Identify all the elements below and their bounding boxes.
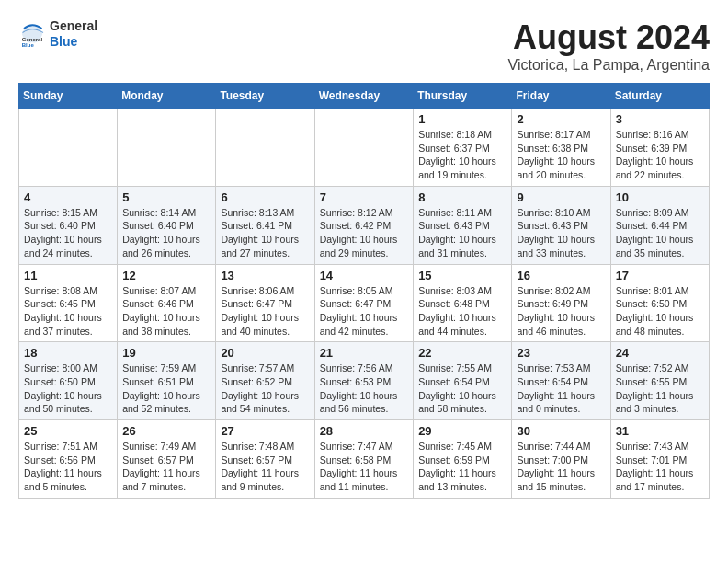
day-number: 12 — [122, 269, 210, 282]
calendar-cell: 13Sunrise: 8:06 AM Sunset: 6:47 PM Dayli… — [216, 264, 314, 342]
day-number: 6 — [221, 190, 309, 204]
day-number: 4 — [24, 190, 112, 204]
day-number: 13 — [221, 269, 309, 282]
day-of-week-header: Monday — [118, 84, 216, 109]
day-number: 24 — [616, 346, 704, 360]
calendar-cell: 3Sunrise: 8:16 AM Sunset: 6:39 PM Daylig… — [610, 109, 709, 187]
calendar-table: SundayMondayTuesdayWednesdayThursdayFrid… — [18, 83, 710, 499]
day-number: 30 — [517, 424, 605, 438]
day-info: Sunrise: 7:55 AM Sunset: 6:54 PM Dayligh… — [418, 362, 506, 416]
day-info: Sunrise: 8:03 AM Sunset: 6:48 PM Dayligh… — [418, 284, 506, 339]
calendar-week-row: 1Sunrise: 8:18 AM Sunset: 6:37 PM Daylig… — [19, 109, 710, 187]
day-info: Sunrise: 8:10 AM Sunset: 6:43 PM Dayligh… — [517, 206, 605, 260]
calendar-cell: 25Sunrise: 7:51 AM Sunset: 6:56 PM Dayli… — [19, 420, 118, 499]
calendar-cell: 1Sunrise: 8:18 AM Sunset: 6:37 PM Daylig… — [414, 109, 512, 187]
calendar-cell: 16Sunrise: 8:02 AM Sunset: 6:49 PM Dayli… — [512, 264, 610, 342]
calendar-cell: 27Sunrise: 7:48 AM Sunset: 6:57 PM Dayli… — [216, 420, 314, 499]
calendar-cell: 10Sunrise: 8:09 AM Sunset: 6:44 PM Dayli… — [610, 186, 709, 264]
calendar-week-row: 25Sunrise: 7:51 AM Sunset: 6:56 PM Dayli… — [19, 420, 710, 499]
logo-blue: Blue — [50, 34, 97, 50]
day-number: 31 — [616, 424, 704, 438]
day-number: 10 — [616, 190, 704, 204]
calendar-cell — [118, 109, 216, 187]
calendar-cell: 5Sunrise: 8:14 AM Sunset: 6:40 PM Daylig… — [118, 186, 216, 264]
day-number: 28 — [320, 424, 409, 438]
calendar-cell: 31Sunrise: 7:43 AM Sunset: 7:01 PM Dayli… — [610, 420, 709, 499]
day-number: 1 — [418, 112, 506, 126]
calendar-cell — [19, 109, 118, 187]
header-row: SundayMondayTuesdayWednesdayThursdayFrid… — [19, 84, 710, 109]
calendar-cell: 19Sunrise: 7:59 AM Sunset: 6:51 PM Dayli… — [118, 342, 216, 420]
day-number: 25 — [24, 424, 112, 438]
day-of-week-header: Tuesday — [216, 84, 314, 109]
day-number: 2 — [517, 112, 605, 126]
calendar-cell: 4Sunrise: 8:15 AM Sunset: 6:40 PM Daylig… — [19, 186, 118, 264]
day-info: Sunrise: 8:11 AM Sunset: 6:43 PM Dayligh… — [418, 206, 506, 260]
day-number: 26 — [122, 424, 210, 438]
day-info: Sunrise: 8:17 AM Sunset: 6:38 PM Dayligh… — [517, 128, 605, 182]
day-number: 11 — [24, 269, 112, 282]
day-info: Sunrise: 7:53 AM Sunset: 6:54 PM Dayligh… — [517, 362, 605, 416]
day-number: 14 — [320, 269, 409, 282]
day-info: Sunrise: 8:15 AM Sunset: 6:40 PM Dayligh… — [24, 206, 112, 260]
calendar-week-row: 11Sunrise: 8:08 AM Sunset: 6:45 PM Dayli… — [19, 264, 710, 342]
title-section: August 2024 Victorica, La Pampa, Argenti… — [508, 18, 710, 74]
svg-text:General: General — [22, 36, 43, 41]
calendar-cell: 21Sunrise: 7:56 AM Sunset: 6:53 PM Dayli… — [314, 342, 414, 420]
calendar-body: 1Sunrise: 8:18 AM Sunset: 6:37 PM Daylig… — [19, 109, 710, 499]
day-number: 3 — [616, 112, 704, 126]
day-number: 20 — [221, 346, 309, 360]
day-info: Sunrise: 7:44 AM Sunset: 7:00 PM Dayligh… — [517, 440, 605, 494]
logo-text: General Blue — [50, 18, 97, 50]
day-info: Sunrise: 7:51 AM Sunset: 6:56 PM Dayligh… — [24, 440, 112, 494]
day-number: 29 — [418, 424, 506, 438]
calendar-cell: 17Sunrise: 8:01 AM Sunset: 6:50 PM Dayli… — [610, 264, 709, 342]
logo-icon: General Blue — [18, 20, 46, 48]
calendar-cell: 12Sunrise: 8:07 AM Sunset: 6:46 PM Dayli… — [118, 264, 216, 342]
day-number: 5 — [122, 190, 210, 204]
day-of-week-header: Thursday — [414, 84, 512, 109]
calendar-cell: 7Sunrise: 8:12 AM Sunset: 6:42 PM Daylig… — [314, 186, 414, 264]
month-year-title: August 2024 — [508, 18, 710, 57]
page-header: General Blue General Blue August 2024 Vi… — [18, 18, 710, 74]
calendar-cell: 28Sunrise: 7:47 AM Sunset: 6:58 PM Dayli… — [314, 420, 414, 499]
day-info: Sunrise: 7:43 AM Sunset: 7:01 PM Dayligh… — [616, 440, 704, 494]
day-info: Sunrise: 7:49 AM Sunset: 6:57 PM Dayligh… — [122, 440, 210, 494]
calendar-cell: 24Sunrise: 7:52 AM Sunset: 6:55 PM Dayli… — [610, 342, 709, 420]
calendar-cell: 15Sunrise: 8:03 AM Sunset: 6:48 PM Dayli… — [414, 264, 512, 342]
logo: General Blue General Blue — [18, 18, 97, 50]
day-number: 17 — [616, 269, 704, 282]
day-number: 27 — [221, 424, 309, 438]
calendar-week-row: 18Sunrise: 8:00 AM Sunset: 6:50 PM Dayli… — [19, 342, 710, 420]
day-info: Sunrise: 7:59 AM Sunset: 6:51 PM Dayligh… — [122, 362, 210, 416]
day-info: Sunrise: 8:09 AM Sunset: 6:44 PM Dayligh… — [616, 206, 704, 260]
day-info: Sunrise: 8:13 AM Sunset: 6:41 PM Dayligh… — [221, 206, 309, 260]
svg-text:Blue: Blue — [22, 41, 35, 47]
day-info: Sunrise: 8:08 AM Sunset: 6:45 PM Dayligh… — [24, 284, 112, 339]
day-info: Sunrise: 8:07 AM Sunset: 6:46 PM Dayligh… — [122, 284, 210, 339]
day-number: 9 — [517, 190, 605, 204]
calendar-cell: 11Sunrise: 8:08 AM Sunset: 6:45 PM Dayli… — [19, 264, 118, 342]
day-info: Sunrise: 8:02 AM Sunset: 6:49 PM Dayligh… — [517, 284, 605, 339]
calendar-cell: 22Sunrise: 7:55 AM Sunset: 6:54 PM Dayli… — [414, 342, 512, 420]
calendar-cell: 6Sunrise: 8:13 AM Sunset: 6:41 PM Daylig… — [216, 186, 314, 264]
calendar-cell — [314, 109, 414, 187]
calendar-cell: 8Sunrise: 8:11 AM Sunset: 6:43 PM Daylig… — [414, 186, 512, 264]
logo-general: General — [50, 18, 97, 34]
day-number: 7 — [320, 190, 409, 204]
location-subtitle: Victorica, La Pampa, Argentina — [508, 57, 710, 74]
calendar-cell: 23Sunrise: 7:53 AM Sunset: 6:54 PM Dayli… — [512, 342, 610, 420]
day-info: Sunrise: 7:48 AM Sunset: 6:57 PM Dayligh… — [221, 440, 309, 494]
day-of-week-header: Wednesday — [314, 84, 414, 109]
day-number: 23 — [517, 346, 605, 360]
day-number: 18 — [24, 346, 112, 360]
day-number: 8 — [418, 190, 506, 204]
calendar-cell: 26Sunrise: 7:49 AM Sunset: 6:57 PM Dayli… — [118, 420, 216, 499]
day-info: Sunrise: 8:12 AM Sunset: 6:42 PM Dayligh… — [320, 206, 409, 260]
calendar-cell: 20Sunrise: 7:57 AM Sunset: 6:52 PM Dayli… — [216, 342, 314, 420]
day-number: 15 — [418, 269, 506, 282]
calendar-cell: 9Sunrise: 8:10 AM Sunset: 6:43 PM Daylig… — [512, 186, 610, 264]
day-info: Sunrise: 8:01 AM Sunset: 6:50 PM Dayligh… — [616, 284, 704, 339]
day-number: 21 — [320, 346, 409, 360]
calendar-header: SundayMondayTuesdayWednesdayThursdayFrid… — [19, 84, 710, 109]
